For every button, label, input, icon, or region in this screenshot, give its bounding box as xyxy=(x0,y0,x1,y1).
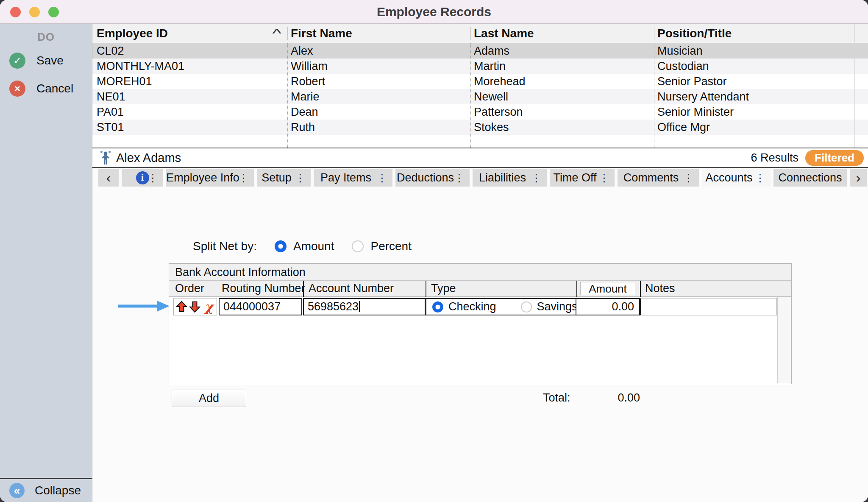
kebab-menu-icon[interactable]: ⋮ xyxy=(238,169,249,187)
kebab-menu-icon[interactable]: ⋮ xyxy=(531,169,542,187)
column-header-account[interactable]: Account Number xyxy=(309,281,394,297)
record-tab-bar: ‹ i ⋮ Employee Info ⋮ Setup ⋮ Pay Items … xyxy=(92,169,868,187)
table-row[interactable]: MONTHLY-MA01 William Martin Custodian xyxy=(92,59,868,74)
amount-input[interactable]: 0.00 xyxy=(576,298,640,315)
column-header-notes[interactable]: Notes xyxy=(645,281,675,297)
routing-number-input[interactable]: 044000037 xyxy=(219,298,302,315)
split-net-label: Split Net by: xyxy=(193,240,257,253)
tab-info[interactable]: i ⋮ xyxy=(122,169,163,187)
cell-employee-id: ST01 xyxy=(92,120,287,135)
scrollbar-track[interactable] xyxy=(777,297,790,383)
kebab-menu-icon[interactable]: ⋮ xyxy=(683,169,694,187)
cell-employee-id: MOREH01 xyxy=(92,74,287,89)
save-check-icon: ✓ xyxy=(9,53,25,69)
table-row[interactable]: MOREH01 Robert Morehead Senior Pastor xyxy=(92,74,868,89)
bank-account-row: χ 044000037 56985623 Checking Savings xyxy=(169,298,791,315)
kebab-menu-icon[interactable]: ⋮ xyxy=(454,169,465,187)
accounts-tab-content: Split Net by: Amount Percent Bank Accoun… xyxy=(92,187,868,502)
header-divider xyxy=(303,281,304,297)
sidebar-header: DO xyxy=(0,24,92,44)
employee-table-header: Employee ID First Name Last Name Positio… xyxy=(92,24,868,43)
table-row[interactable]: ST01 Ruth Stokes Office Mgr xyxy=(92,120,868,135)
tab-scroll-left-button[interactable]: ‹ xyxy=(98,169,119,187)
collapse-label: Collapse xyxy=(35,484,81,497)
selected-record-name: Alex Adams xyxy=(116,151,181,165)
chevron-right-icon: › xyxy=(856,169,861,186)
kebab-menu-icon[interactable]: ⋮ xyxy=(295,169,306,187)
kebab-menu-icon[interactable]: ⋮ xyxy=(599,169,609,187)
main-area: Employee ID First Name Last Name Positio… xyxy=(92,24,868,502)
cell-first-name: Dean xyxy=(287,104,470,120)
sidebar: DO ✓ Save × Cancel « Collapse xyxy=(0,24,92,502)
cell-employee-id: NE01 xyxy=(92,89,287,104)
cell-employee-id: PA01 xyxy=(92,104,287,120)
radio-amount[interactable] xyxy=(275,240,287,252)
radio-checking[interactable] xyxy=(432,301,443,312)
add-account-button[interactable]: Add xyxy=(172,390,246,407)
cancel-x-icon: × xyxy=(9,81,25,97)
cell-position: Custodian xyxy=(654,59,854,74)
radio-savings[interactable] xyxy=(521,301,532,312)
total-value: 0.00 xyxy=(608,391,640,404)
type-cell: Checking Savings xyxy=(426,298,576,315)
account-number-value: 56985623 xyxy=(308,300,359,313)
bank-panel-title: Bank Account Information xyxy=(169,264,791,281)
tab-connections[interactable]: Connections xyxy=(773,169,847,187)
table-row[interactable]: CL02 Alex Adams Musician xyxy=(92,43,868,59)
tab-liabilities[interactable]: Liabilities ⋮ xyxy=(473,169,547,187)
column-header-employee-id[interactable]: Employee ID xyxy=(92,24,287,43)
table-row[interactable]: NE01 Marie Newell Nursery Attendant xyxy=(92,89,868,104)
column-header-amount[interactable]: Amount xyxy=(580,282,635,295)
cell-employee-id: CL02 xyxy=(92,43,287,59)
text-cursor xyxy=(359,301,360,312)
tab-label: Connections xyxy=(778,171,842,184)
split-net-control: Split Net by: Amount Percent xyxy=(193,240,423,253)
kebab-menu-icon[interactable]: ⋮ xyxy=(147,169,158,187)
kebab-menu-icon[interactable]: ⋮ xyxy=(755,169,765,187)
save-button[interactable]: ✓ Save xyxy=(0,50,92,72)
table-row[interactable]: PA01 Dean Patterson Senior Minister xyxy=(92,104,868,120)
cell-first-name: Ruth xyxy=(287,120,470,135)
cell-position: Office Mgr xyxy=(654,120,854,135)
header-divider xyxy=(854,27,855,40)
notes-input[interactable] xyxy=(640,298,777,315)
cell-position: Musician xyxy=(654,43,854,59)
radio-percent[interactable] xyxy=(352,240,364,252)
filtered-badge[interactable]: Filtered xyxy=(805,150,864,166)
person-icon xyxy=(99,150,112,165)
column-header-last-name[interactable]: Last Name xyxy=(470,24,654,43)
column-header-routing[interactable]: Routing Number xyxy=(222,281,305,297)
tab-comments[interactable]: Comments ⋮ xyxy=(618,169,699,187)
tab-label: Employee Info xyxy=(166,171,239,184)
collapse-button[interactable]: « Collapse xyxy=(0,479,92,502)
cancel-label: Cancel xyxy=(36,82,73,95)
header-divider xyxy=(654,27,654,40)
cell-last-name: Stokes xyxy=(470,120,654,135)
cell-employee-id: MONTHLY-MA01 xyxy=(92,59,287,74)
move-down-icon[interactable] xyxy=(189,301,200,313)
tab-scroll-right-button[interactable]: › xyxy=(850,169,867,187)
kebab-menu-icon[interactable]: ⋮ xyxy=(377,169,387,187)
column-header-first-name[interactable]: First Name xyxy=(287,24,470,43)
header-divider xyxy=(640,281,641,297)
cancel-button[interactable]: × Cancel xyxy=(0,78,92,100)
tab-setup[interactable]: Setup ⋮ xyxy=(257,169,311,187)
tab-employee-info[interactable]: Employee Info ⋮ xyxy=(166,169,254,187)
column-header-type[interactable]: Type xyxy=(431,281,456,297)
column-header-order[interactable]: Order xyxy=(175,281,204,297)
cell-first-name: Marie xyxy=(287,89,470,104)
delete-row-icon[interactable]: χ xyxy=(205,301,213,313)
tab-accounts[interactable]: Accounts ⋮ xyxy=(702,169,771,187)
double-chevron-left-icon: « xyxy=(9,483,25,498)
bank-table-header: Order Routing Number Account Number Type… xyxy=(169,281,791,297)
tab-label: Accounts xyxy=(705,171,752,184)
tab-deductions[interactable]: Deductions ⋮ xyxy=(395,169,470,187)
account-number-input[interactable]: 56985623 xyxy=(303,298,426,315)
tab-time-off[interactable]: Time Off ⋮ xyxy=(550,169,615,187)
column-header-position[interactable]: Position/Title xyxy=(654,24,854,43)
save-label: Save xyxy=(36,54,64,67)
tab-pay-items[interactable]: Pay Items ⋮ xyxy=(314,169,392,187)
tab-label: Comments xyxy=(623,171,679,184)
employee-table: Employee ID First Name Last Name Positio… xyxy=(92,24,868,148)
move-up-icon[interactable] xyxy=(176,301,187,313)
